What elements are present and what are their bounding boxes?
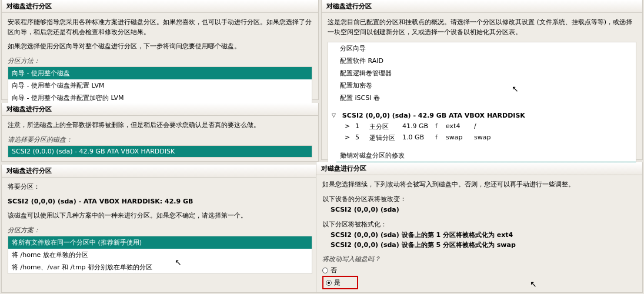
radio-no-label: 否 bbox=[331, 266, 337, 275]
partition-method-panel: 对磁盘进行分区 安装程序能够指导您采用各种标准方案进行磁盘分区。如果您喜欢，也可… bbox=[1, 0, 319, 100]
warning-text: 注意，所选磁盘上的全部数据都将被删除，但是稍后还会要求您确认是否真的要这么做。 bbox=[8, 121, 312, 131]
radio-yes[interactable] bbox=[326, 280, 332, 286]
method-option-lvm[interactable]: 向导 - 使用整个磁盘并配置 LVM bbox=[8, 79, 312, 92]
write-question: 将改动写入磁盘吗？ bbox=[322, 255, 636, 263]
disk-option-sda[interactable]: SCSI2 (0,0,0) (sda) - 42.9 GB ATA VBOX H… bbox=[8, 146, 312, 157]
overview-tree: 分区向导 配置软件 RAID 配置逻辑卷管理器 配置加密卷 配置 iSCSI 卷… bbox=[328, 42, 636, 175]
panel-title: 对磁盘进行分区 bbox=[2, 103, 318, 116]
radio-no-row[interactable]: 否 bbox=[322, 265, 636, 276]
action-encrypt[interactable]: 配置加密卷 bbox=[336, 79, 636, 92]
action-lvm[interactable]: 配置逻辑卷管理器 bbox=[336, 67, 636, 79]
partition-row-5[interactable]: > 5 逻辑分区 1.0 GB f swap swap bbox=[328, 132, 636, 143]
disk-header-label: SCSI2 (0,0,0) (sda) - 42.9 GB ATA VBOX H… bbox=[342, 112, 525, 119]
scheme-desc: 该磁盘可以使用以下几种方案中的一种来进行分区。如果您不确定，请选择第一个。 bbox=[8, 211, 312, 221]
change-device: SCSI2 (0,0,0) (sda) bbox=[322, 205, 636, 215]
panel-title: 对磁盘进行分区 bbox=[2, 165, 318, 178]
partition-scheme-panel: 对磁盘进行分区 将要分区： SCSI2 (0,0,0) (sda) - ATA … bbox=[1, 165, 319, 293]
radio-yes-label: 是 bbox=[334, 278, 341, 287]
method-option-encrypted-lvm[interactable]: 向导 - 使用整个磁盘并配置加密的 LVM bbox=[8, 92, 312, 104]
partition-overview-panel: 对磁盘进行分区 这是您目前已配置的分区和挂载点的概况。请选择一个分区以修改其设置… bbox=[321, 0, 643, 160]
panel-title: 对磁盘进行分区 bbox=[322, 0, 642, 13]
action-guided[interactable]: 分区向导 bbox=[336, 42, 636, 55]
confirm-write-panel: 对磁盘进行分区 如果您选择继续，下列改动将会被写入到磁盘中。否则，您还可以再手动… bbox=[316, 162, 643, 293]
scheme-intro-label: 将要分区： bbox=[8, 182, 312, 192]
disk-list: SCSI2 (0,0,0) (sda) - 42.9 GB ATA VBOX H… bbox=[8, 145, 312, 158]
action-iscsi[interactable]: 配置 iSCSI 卷 bbox=[336, 92, 636, 104]
action-undo[interactable]: 撤销对磁盘分区的修改 bbox=[336, 149, 636, 162]
overview-intro: 这是您目前已配置的分区和挂载点的概况。请选择一个分区以修改其设置 (文件系统、挂… bbox=[328, 18, 636, 37]
select-disk-panel: 对磁盘进行分区 注意，所选磁盘上的全部数据都将被删除，但是稍后还会要求您确认是否… bbox=[1, 103, 319, 162]
panel-title: 对磁盘进行分区 bbox=[2, 0, 318, 13]
format-line-1: SCSI2 (0,0,0) (sda) 设备上的第 1 分区将被格式化为 ext… bbox=[322, 230, 636, 240]
format-line-2: SCSI2 (0,0,0) (sda) 设备上的第 5 分区将被格式化为 swa… bbox=[322, 240, 636, 250]
radio-yes-highlight: 是 bbox=[322, 276, 358, 289]
scheme-option-all-one[interactable]: 将所有文件放在同一个分区中 (推荐新手使用) bbox=[8, 236, 312, 249]
action-raid[interactable]: 配置软件 RAID bbox=[336, 55, 636, 67]
select-disk-label: 请选择要分区的磁盘： bbox=[8, 135, 312, 144]
confirm-intro: 如果您选择继续，下列改动将会被写入到磁盘中。否则，您还可以再手动进行一些调整。 bbox=[322, 180, 636, 190]
panel-title: 对磁盘进行分区 bbox=[316, 162, 642, 175]
scheme-list: 将所有文件放在同一个分区中 (推荐新手使用) 将 /home 放在单独的分区 将… bbox=[8, 236, 312, 274]
method-option-whole-disk[interactable]: 向导 - 使用整个磁盘 bbox=[8, 67, 312, 79]
change-label: 以下设备的分区表将被改变： bbox=[322, 195, 636, 205]
scheme-disk: SCSI2 (0,0,0) (sda) - ATA VBOX HARDDISK:… bbox=[8, 197, 312, 207]
note-text: 如果您选择使用分区向导对整个磁盘进行分区，下一步将询问您要使用哪个磁盘。 bbox=[8, 42, 312, 52]
expander-icon[interactable]: ▽ bbox=[332, 112, 338, 118]
scheme-label: 分区方案： bbox=[8, 226, 312, 235]
method-label: 分区方法： bbox=[8, 56, 312, 65]
scheme-option-home[interactable]: 将 /home 放在单独的分区 bbox=[8, 249, 312, 261]
disk-header-sda[interactable]: ▽ SCSI2 (0,0,0) (sda) - 42.9 GB ATA VBOX… bbox=[328, 110, 636, 121]
intro-text: 安装程序能够指导您采用各种标准方案进行磁盘分区。如果您喜欢，也可以手动进行分区。… bbox=[8, 18, 312, 37]
partition-row-1[interactable]: > 1 主分区 41.9 GB f ext4 / bbox=[328, 121, 636, 132]
radio-no[interactable] bbox=[322, 268, 328, 273]
format-label: 以下分区将被格式化： bbox=[322, 220, 636, 230]
scheme-option-home-var-tmp[interactable]: 将 /home、/var 和 /tmp 都分别放在单独的分区 bbox=[8, 261, 312, 273]
